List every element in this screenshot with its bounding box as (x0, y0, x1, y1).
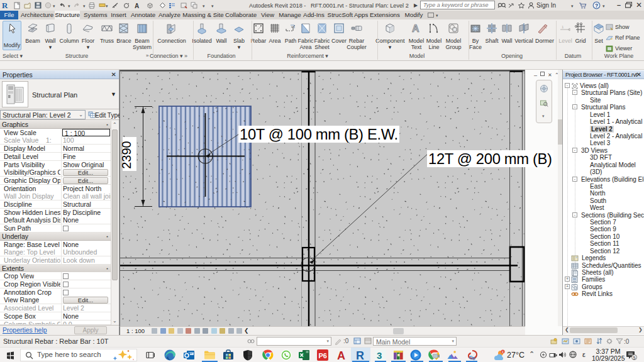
svg-text:A: A (135, 3, 139, 9)
svg-text:3: 3 (377, 350, 382, 361)
svg-text:P6: P6 (319, 352, 327, 359)
svg-text:A: A (412, 23, 419, 34)
svg-text:R: R (356, 349, 364, 361)
svg-text:1: 1 (562, 25, 564, 29)
svg-text:A: A (337, 349, 345, 361)
svg-text:?: ? (595, 3, 598, 9)
